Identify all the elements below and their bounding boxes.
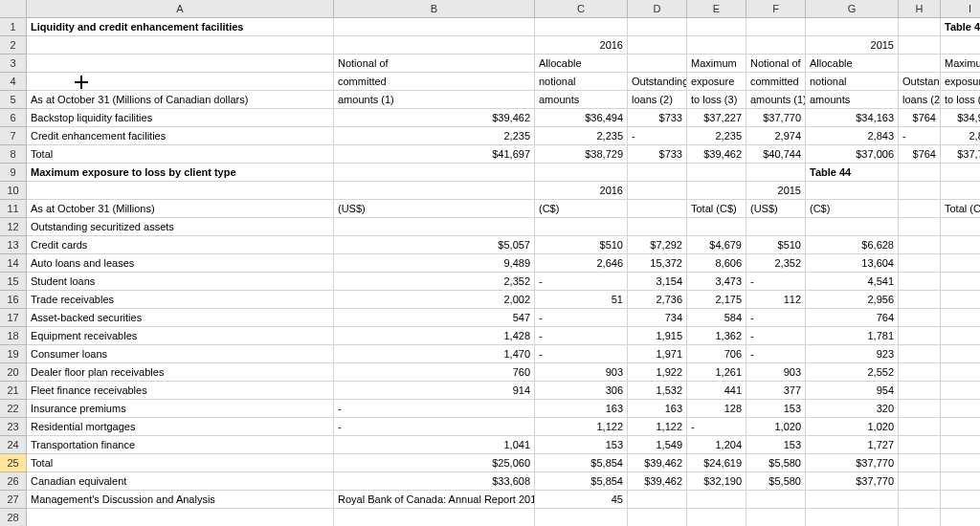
cell[interactable]: Insurance premiums <box>27 400 334 418</box>
cell[interactable]: 1,428 <box>334 327 535 345</box>
cell[interactable]: 1,261 <box>687 363 746 382</box>
cell[interactable]: 2015 <box>806 36 899 55</box>
row-header[interactable]: 10 <box>0 182 27 200</box>
row-header[interactable]: 20 <box>0 363 27 382</box>
cell[interactable]: - <box>628 127 687 145</box>
cell[interactable] <box>687 164 746 182</box>
cell[interactable]: 153 <box>746 436 806 454</box>
cell[interactable]: $37,006 <box>806 145 899 164</box>
cell[interactable]: $510 <box>746 236 806 254</box>
cell[interactable]: 760 <box>334 363 535 382</box>
cell[interactable] <box>27 182 334 200</box>
cell[interactable]: 914 <box>334 382 535 400</box>
cell[interactable]: $37,227 <box>687 109 746 127</box>
cell[interactable]: 1,362 <box>687 327 746 345</box>
cell[interactable]: Transportation finance <box>27 436 334 454</box>
cell[interactable] <box>899 309 941 327</box>
row-header[interactable]: 14 <box>0 254 27 273</box>
cell[interactable]: 2,352 <box>334 273 535 291</box>
cell[interactable] <box>628 55 687 73</box>
cell[interactable]: (US$) <box>746 200 806 218</box>
cell[interactable]: 2,843 <box>941 127 980 145</box>
cell[interactable]: $5,057 <box>334 236 535 254</box>
cell[interactable]: to loss (3) <box>687 91 746 109</box>
cell[interactable]: 153 <box>746 400 806 418</box>
row-header[interactable]: 25 <box>0 454 27 472</box>
cell[interactable]: 3,473 <box>687 273 746 291</box>
column-header[interactable]: F <box>746 0 806 18</box>
cell[interactable] <box>899 327 941 345</box>
cell[interactable]: Outstanding <box>899 73 941 91</box>
cell[interactable]: exposure <box>687 73 746 91</box>
cell[interactable]: 1,971 <box>628 345 687 363</box>
cell[interactable] <box>899 472 941 491</box>
cell[interactable]: $4,679 <box>687 236 746 254</box>
row-header[interactable]: 24 <box>0 436 27 454</box>
cell[interactable]: 2,235 <box>334 127 535 145</box>
cell[interactable]: committed <box>334 73 535 91</box>
row-header[interactable]: 12 <box>0 218 27 236</box>
cell[interactable] <box>746 18 806 36</box>
cell[interactable] <box>899 418 941 436</box>
cell[interactable] <box>334 509 535 526</box>
cell[interactable] <box>899 36 941 55</box>
cell[interactable]: Auto loans and leases <box>27 254 334 273</box>
cell[interactable]: Allocable <box>806 55 899 73</box>
cell[interactable] <box>746 36 806 55</box>
cell[interactable]: 9,489 <box>334 254 535 273</box>
cell[interactable] <box>746 164 806 182</box>
cell[interactable]: 2,235 <box>535 127 628 145</box>
cell[interactable]: 163 <box>628 400 687 418</box>
cell[interactable]: 1,020 <box>806 418 899 436</box>
cell[interactable] <box>899 182 941 200</box>
cell[interactable]: $25,060 <box>334 454 535 472</box>
cell[interactable] <box>941 363 980 382</box>
cell[interactable]: 923 <box>806 345 899 363</box>
cell[interactable]: (C$) <box>806 200 899 218</box>
cell[interactable]: 2,175 <box>687 291 746 309</box>
cell[interactable] <box>899 454 941 472</box>
cell[interactable]: - <box>746 309 806 327</box>
cell[interactable]: Outstanding <box>628 73 687 91</box>
cell[interactable] <box>941 345 980 363</box>
cell[interactable] <box>941 36 980 55</box>
cell[interactable]: $510 <box>535 236 628 254</box>
cell[interactable]: 2,552 <box>806 363 899 382</box>
cell[interactable]: $40,744 <box>746 145 806 164</box>
cell[interactable] <box>334 36 535 55</box>
cell[interactable]: Fleet finance receivables <box>27 382 334 400</box>
cell[interactable] <box>941 254 980 273</box>
row-header[interactable]: 17 <box>0 309 27 327</box>
row-header[interactable]: 26 <box>0 472 27 491</box>
cell[interactable]: 1,204 <box>687 436 746 454</box>
cell[interactable] <box>899 436 941 454</box>
cell[interactable]: Total (C$) <box>687 200 746 218</box>
cell[interactable]: Total <box>27 454 334 472</box>
cell[interactable]: $7,292 <box>628 236 687 254</box>
cell[interactable]: Credit enhancement facilities <box>27 127 334 145</box>
cell[interactable]: amounts (1) <box>746 91 806 109</box>
cell[interactable] <box>687 182 746 200</box>
cell[interactable] <box>806 491 899 509</box>
cell[interactable]: $37,770 <box>806 472 899 491</box>
cell[interactable]: notional <box>806 73 899 91</box>
cell[interactable] <box>334 18 535 36</box>
cell[interactable] <box>899 164 941 182</box>
column-header[interactable]: G <box>806 0 899 18</box>
row-header[interactable]: 6 <box>0 109 27 127</box>
cell[interactable]: - <box>535 327 628 345</box>
row-header[interactable]: 28 <box>0 509 27 526</box>
cell[interactable]: $733 <box>628 109 687 127</box>
cell[interactable] <box>941 182 980 200</box>
cell[interactable]: $39,462 <box>628 472 687 491</box>
cell[interactable]: 13,604 <box>806 254 899 273</box>
row-header[interactable]: 13 <box>0 236 27 254</box>
cell[interactable] <box>334 164 535 182</box>
cell[interactable]: Allocable <box>535 55 628 73</box>
cell[interactable]: Notional of <box>334 55 535 73</box>
cell[interactable]: 2016 <box>535 36 628 55</box>
cell[interactable] <box>628 182 687 200</box>
row-header[interactable]: 19 <box>0 345 27 363</box>
cell[interactable]: notional <box>535 73 628 91</box>
row-header[interactable]: 27 <box>0 491 27 509</box>
